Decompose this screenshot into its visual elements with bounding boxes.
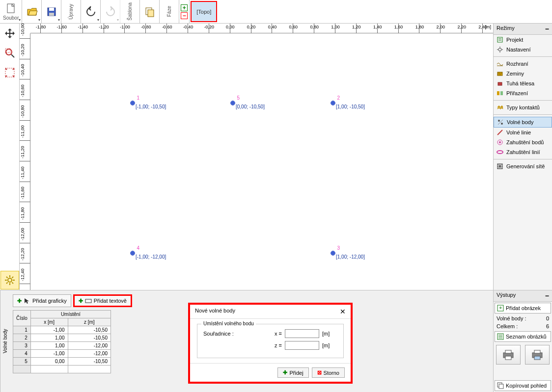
- pan-tool[interactable]: [0, 24, 19, 43]
- table-row[interactable]: 50,00-10,50: [13, 358, 111, 366]
- undo-button[interactable]: ▾: [81, 0, 101, 23]
- plus-icon: ✚: [17, 298, 22, 304]
- left-tool-palette: [0, 24, 20, 290]
- table-row[interactable]: 4-1,00-12,00: [13, 350, 111, 358]
- image-plus-icon: +: [497, 305, 504, 312]
- svg-rect-2: [49, 8, 54, 11]
- copy-view-button[interactable]: Kopírovat pohled: [495, 380, 551, 391]
- file-new-button[interactable]: Soubor ▾: [0, 0, 22, 23]
- print-button-1[interactable]: [496, 345, 521, 365]
- printer-icon: [530, 349, 544, 361]
- z-input[interactable]: [285, 341, 319, 350]
- gensite-icon: [497, 163, 503, 170]
- svg-line-17: [6, 283, 8, 284]
- close-icon[interactable]: ✕: [340, 308, 346, 315]
- file-save-button[interactable]: ▾: [42, 0, 61, 23]
- mode-tuha[interactable]: Tuhá tělesa: [494, 78, 552, 88]
- phase-plus-icon[interactable]: +: [181, 4, 188, 11]
- collapse-icon[interactable]: −: [545, 25, 549, 33]
- svg-line-15: [6, 277, 8, 278]
- copy-button[interactable]: [140, 0, 160, 23]
- settings-tool[interactable]: [0, 271, 19, 289]
- plus-icon: ✚: [79, 298, 83, 304]
- nastaveni-icon: [497, 46, 503, 53]
- point-1[interactable]: 1[-1,00; -10,50]: [131, 101, 135, 105]
- svg-point-22: [498, 48, 501, 51]
- svg-rect-29: [498, 82, 502, 85]
- svg-rect-3: [49, 13, 54, 16]
- mode-zeminy[interactable]: Zeminy: [494, 69, 552, 78]
- collapse-icon[interactable]: −: [545, 292, 549, 300]
- prirazeni-icon: [497, 90, 503, 97]
- svg-text:+: +: [499, 305, 502, 311]
- mode-volnebody[interactable]: Volné body: [494, 117, 552, 128]
- new-points-dialog: Nové volné body ✕ Umístění volného bodu …: [188, 303, 353, 384]
- canvas-area: -1,80-1,60-1,40-1,20-1,00-0,80-0,60-0,40…: [20, 24, 493, 290]
- mode-nastaveni[interactable]: Nastavení: [494, 45, 552, 54]
- image-list-button[interactable]: Seznam obrázků: [495, 331, 551, 342]
- tuha-icon: [497, 80, 503, 87]
- mode-rozhrani[interactable]: Rozhraní: [494, 59, 552, 69]
- point-5[interactable]: 5[0,00; -10,50]: [231, 101, 235, 105]
- table-row[interactable]: 31,00-12,00: [13, 342, 111, 350]
- svg-rect-57: [534, 350, 540, 353]
- svg-point-6: [6, 49, 12, 55]
- zeminy-icon: [497, 70, 503, 77]
- svg-point-32: [498, 120, 500, 122]
- horizontal-ruler: -1,80-1,60-1,40-1,20-1,00-0,80-0,60-0,40…: [30, 24, 493, 33]
- x-input[interactable]: [285, 329, 319, 338]
- drawing-canvas[interactable]: 1[-1,00; -10,50]5[0,00; -10,50]2[1,00; -…: [30, 33, 493, 290]
- template-button[interactable]: Šablona: [120, 0, 140, 23]
- svg-rect-54: [505, 350, 511, 353]
- storno-button[interactable]: ⊠ Storno: [312, 367, 345, 378]
- soubor-label: Soubor: [3, 15, 19, 21]
- kontakty-icon: [497, 104, 503, 111]
- edit-button[interactable]: Úpravy: [61, 0, 81, 23]
- mode-projekt[interactable]: Projekt: [494, 35, 552, 45]
- mode-prirazeni[interactable]: Přiřazení: [494, 88, 552, 98]
- svg-line-16: [12, 283, 14, 284]
- zahbodu-icon: [497, 139, 503, 146]
- mode-kontakty[interactable]: Typy kontaktů: [494, 103, 552, 112]
- svg-line-35: [497, 130, 502, 135]
- fit-tool[interactable]: [0, 63, 19, 82]
- add-textove-button[interactable]: ✚ Přidat textově: [73, 294, 132, 307]
- mode-gensite[interactable]: Generování sítě: [494, 161, 552, 171]
- point-3[interactable]: 3[1,00; -12,00]: [331, 251, 335, 255]
- volnelinie-icon: [497, 129, 503, 136]
- zoom-tool[interactable]: [0, 44, 19, 62]
- volnebody-icon: [497, 119, 504, 126]
- phase-plus-minus: + −: [179, 0, 190, 23]
- svg-rect-60: [499, 384, 503, 389]
- svg-rect-58: [534, 356, 540, 360]
- projekt-icon: [497, 36, 503, 43]
- phase-button[interactable]: Fáze: [160, 0, 179, 23]
- svg-rect-44: [85, 299, 91, 303]
- modes-header: Režimy: [497, 25, 515, 33]
- points-table[interactable]: ČísloUmístěníx [m]z [m]1-1,00-10,5021,00…: [13, 310, 111, 373]
- pridej-button[interactable]: ✚ Přidej: [277, 367, 308, 378]
- svg-point-38: [497, 151, 503, 154]
- svg-line-18: [12, 277, 14, 278]
- copy-icon: [497, 382, 504, 389]
- table-row[interactable]: 1-1,00-10,50: [13, 326, 111, 334]
- svg-point-10: [8, 278, 12, 282]
- table-row[interactable]: 21,00-10,50: [13, 334, 111, 342]
- point-2[interactable]: 2[1,00; -10,50]: [331, 101, 335, 105]
- svg-rect-31: [500, 91, 503, 95]
- redo-button[interactable]: ▾: [101, 0, 120, 23]
- print-button-2[interactable]: [525, 345, 550, 365]
- vertical-ruler: -10,00-10,20-10,40-10,60-10,80-11,00-11,…: [20, 33, 30, 290]
- topo-button[interactable]: [Topo]: [191, 1, 217, 22]
- cancel-icon: ⊠: [317, 369, 322, 376]
- mode-zahlinii[interactable]: Zahuštění linií: [494, 147, 552, 157]
- mode-zahbodu[interactable]: Zahuštění bodů: [494, 137, 552, 147]
- file-open-button[interactable]: ▾: [22, 0, 42, 23]
- cursor-icon: [24, 297, 30, 304]
- phase-minus-icon[interactable]: −: [181, 12, 188, 19]
- add-graficky-button[interactable]: ✚ Přidat graficky: [13, 294, 71, 307]
- mode-volnelinie[interactable]: Volné linie: [494, 128, 552, 137]
- point-4[interactable]: 4[-1,00; -12,00]: [131, 251, 135, 255]
- add-image-button[interactable]: + Přidat obrázek: [495, 303, 551, 314]
- svg-point-37: [499, 141, 501, 143]
